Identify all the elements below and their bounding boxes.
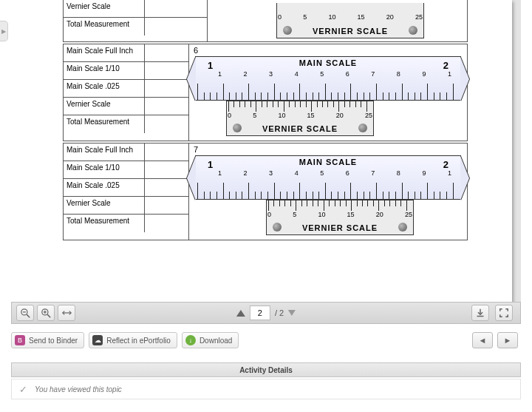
document-viewport: Vernier Scale Total Measurement 05101520… [11, 0, 521, 302]
main-scale: MAIN SCALE 1 2 1234567891 [195, 155, 461, 200]
zoom-in-button[interactable] [37, 305, 55, 321]
side-expand-button[interactable]: ▶ [0, 21, 8, 41]
tick-marks [197, 180, 459, 199]
vernier-title: VERNIER SCALE [277, 27, 423, 36]
row-value [145, 0, 207, 17]
actions-bar: B Send to Binder ☁ Reflect in ePortfolio… [11, 330, 521, 351]
figure-number: 6 [194, 46, 198, 55]
row-label: Main Scale 1/10 [64, 62, 145, 79]
download-pdf-button[interactable] [471, 305, 489, 321]
svg-line-1 [27, 314, 30, 317]
nav-prev-button[interactable]: ◄ [472, 332, 493, 348]
nav-next-button[interactable]: ► [497, 332, 518, 348]
prev-page-button[interactable] [236, 310, 245, 317]
page-number-input[interactable] [250, 305, 270, 320]
next-page-button[interactable] [288, 310, 296, 316]
cloud-icon: ☁ [92, 335, 103, 345]
download-button[interactable]: ↓ Download [182, 332, 239, 348]
binder-icon: B [15, 335, 25, 345]
row-label: Main Scale Full Inch [64, 44, 145, 61]
document-page: Vernier Scale Total Measurement 05101520… [11, 0, 512, 302]
row-label: Vernier Scale [64, 0, 145, 17]
row-label: Main Scale .025 [64, 80, 145, 97]
row-label: Total Measurement [64, 215, 145, 232]
tick-marks [197, 81, 459, 100]
row-label: Total Measurement [64, 18, 145, 36]
row-label: Main Scale 1/10 [64, 161, 145, 178]
check-icon: ✓ [19, 384, 27, 395]
fullscreen-button[interactable] [495, 305, 513, 321]
row-label: Vernier Scale [64, 197, 145, 214]
svg-line-4 [47, 314, 50, 317]
row-label: Main Scale Full Inch [64, 143, 145, 161]
row-label: Vernier Scale [64, 98, 145, 115]
reflect-eportfolio-button[interactable]: ☁ Reflect in ePortfolio [89, 332, 177, 348]
vernier-scale: 0510152025 VERNIER SCALE [226, 101, 374, 136]
fit-width-button[interactable] [58, 305, 75, 321]
activity-details-row: ✓ You have viewed this topic [11, 379, 521, 399]
row-label: Total Measurement [64, 115, 145, 133]
main-scale: MAIN SCALE 1 2 1234567891 [195, 56, 461, 101]
page-total: / 2 [275, 308, 284, 317]
activity-details-header: Activity Details [11, 362, 521, 377]
row-value [145, 18, 207, 36]
figure-number: 7 [194, 145, 198, 154]
zoom-out-button[interactable] [16, 305, 34, 321]
viewed-status: You have viewed this topic [35, 385, 122, 394]
send-to-binder-button[interactable]: B Send to Binder [11, 332, 84, 348]
vernier-scale: 0510152025 VERNIER SCALE [266, 200, 414, 235]
download-icon: ↓ [185, 335, 196, 345]
row-label: Main Scale .025 [64, 179, 145, 196]
viewer-toolbar: / 2 [11, 302, 521, 324]
